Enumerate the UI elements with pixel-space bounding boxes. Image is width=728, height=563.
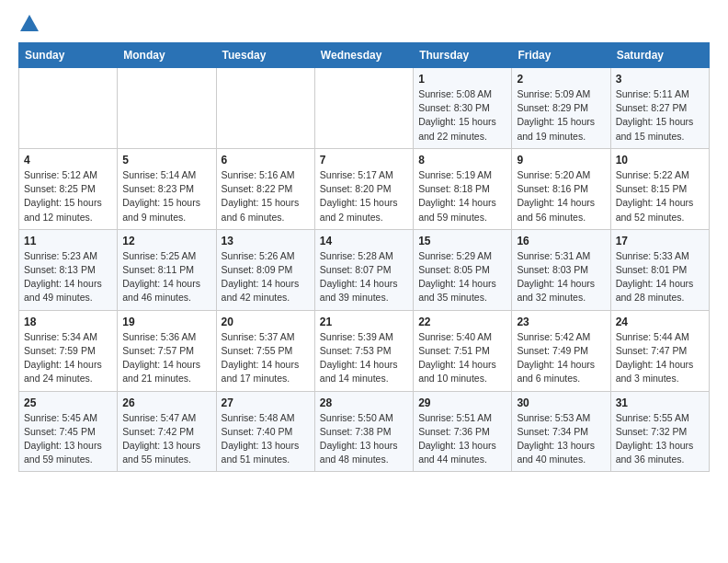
- calendar-cell: [314, 68, 413, 149]
- day-info: Sunrise: 5:47 AM Sunset: 7:42 PM Dayligh…: [122, 411, 210, 467]
- calendar-cell: 25Sunrise: 5:45 AM Sunset: 7:45 PM Dayli…: [19, 391, 118, 472]
- calendar-cell: 12Sunrise: 5:25 AM Sunset: 8:11 PM Dayli…: [118, 229, 216, 310]
- day-number: 23: [517, 316, 605, 328]
- calendar-week-row: 1Sunrise: 5:08 AM Sunset: 8:30 PM Daylig…: [19, 68, 710, 149]
- logo-triangle-icon: [20, 15, 39, 31]
- day-info: Sunrise: 5:09 AM Sunset: 8:29 PM Dayligh…: [517, 87, 605, 144]
- calendar-cell: 1Sunrise: 5:08 AM Sunset: 8:30 PM Daylig…: [414, 68, 512, 149]
- day-info: Sunrise: 5:39 AM Sunset: 7:53 PM Dayligh…: [320, 330, 408, 386]
- day-number: 8: [418, 154, 506, 167]
- calendar-cell: [216, 68, 314, 149]
- day-info: Sunrise: 5:55 AM Sunset: 7:32 PM Dayligh…: [616, 411, 704, 467]
- day-number: 29: [418, 396, 506, 409]
- calendar-cell: 27Sunrise: 5:48 AM Sunset: 7:40 PM Dayli…: [216, 391, 314, 472]
- calendar-cell: 7Sunrise: 5:17 AM Sunset: 8:20 PM Daylig…: [314, 148, 413, 229]
- calendar-cell: 8Sunrise: 5:19 AM Sunset: 8:18 PM Daylig…: [414, 148, 512, 229]
- day-info: Sunrise: 5:51 AM Sunset: 7:36 PM Dayligh…: [418, 411, 506, 467]
- day-number: 22: [418, 316, 506, 328]
- calendar-cell: 18Sunrise: 5:34 AM Sunset: 7:59 PM Dayli…: [19, 310, 118, 391]
- day-info: Sunrise: 5:33 AM Sunset: 8:01 PM Dayligh…: [616, 249, 704, 305]
- day-info: Sunrise: 5:19 AM Sunset: 8:18 PM Dayligh…: [418, 168, 506, 224]
- day-number: 2: [517, 73, 605, 86]
- day-number: 13: [222, 235, 310, 247]
- calendar-cell: 15Sunrise: 5:29 AM Sunset: 8:05 PM Dayli…: [414, 229, 512, 310]
- weekday-header: Wednesday: [314, 43, 413, 68]
- calendar-week-row: 18Sunrise: 5:34 AM Sunset: 7:59 PM Dayli…: [19, 310, 710, 391]
- day-info: Sunrise: 5:42 AM Sunset: 7:49 PM Dayligh…: [517, 330, 605, 386]
- day-number: 15: [418, 235, 506, 247]
- day-number: 25: [24, 396, 112, 409]
- day-number: 27: [222, 396, 310, 409]
- calendar-cell: 24Sunrise: 5:44 AM Sunset: 7:47 PM Dayli…: [610, 310, 709, 391]
- day-info: Sunrise: 5:53 AM Sunset: 7:34 PM Dayligh…: [517, 411, 605, 467]
- day-number: 7: [320, 154, 408, 167]
- calendar-cell: 9Sunrise: 5:20 AM Sunset: 8:16 PM Daylig…: [512, 148, 610, 229]
- day-info: Sunrise: 5:44 AM Sunset: 7:47 PM Dayligh…: [616, 330, 704, 386]
- day-info: Sunrise: 5:36 AM Sunset: 7:57 PM Dayligh…: [122, 330, 210, 386]
- calendar-cell: 26Sunrise: 5:47 AM Sunset: 7:42 PM Dayli…: [118, 391, 216, 472]
- day-info: Sunrise: 5:45 AM Sunset: 7:45 PM Dayligh…: [24, 411, 112, 467]
- day-number: 9: [517, 154, 605, 167]
- weekday-header: Friday: [512, 43, 610, 68]
- day-number: 31: [616, 396, 704, 409]
- day-number: 10: [616, 154, 704, 167]
- day-number: 1: [418, 73, 506, 86]
- day-number: 6: [222, 154, 310, 167]
- calendar-cell: 30Sunrise: 5:53 AM Sunset: 7:34 PM Dayli…: [512, 391, 610, 472]
- calendar-cell: [118, 68, 216, 149]
- calendar-cell: 23Sunrise: 5:42 AM Sunset: 7:49 PM Dayli…: [512, 310, 610, 391]
- day-info: Sunrise: 5:48 AM Sunset: 7:40 PM Dayligh…: [222, 411, 310, 467]
- day-info: Sunrise: 5:23 AM Sunset: 8:13 PM Dayligh…: [24, 249, 112, 305]
- calendar-cell: 19Sunrise: 5:36 AM Sunset: 7:57 PM Dayli…: [118, 310, 216, 391]
- calendar-cell: 5Sunrise: 5:14 AM Sunset: 8:23 PM Daylig…: [118, 148, 216, 229]
- day-info: Sunrise: 5:34 AM Sunset: 7:59 PM Dayligh…: [24, 330, 112, 386]
- day-info: Sunrise: 5:14 AM Sunset: 8:23 PM Dayligh…: [122, 168, 210, 224]
- day-info: Sunrise: 5:16 AM Sunset: 8:22 PM Dayligh…: [222, 168, 310, 224]
- calendar-cell: 4Sunrise: 5:12 AM Sunset: 8:25 PM Daylig…: [19, 148, 118, 229]
- calendar-body: 1Sunrise: 5:08 AM Sunset: 8:30 PM Daylig…: [19, 68, 710, 472]
- calendar-week-row: 25Sunrise: 5:45 AM Sunset: 7:45 PM Dayli…: [19, 391, 710, 472]
- day-info: Sunrise: 5:31 AM Sunset: 8:03 PM Dayligh…: [517, 249, 605, 305]
- day-number: 17: [616, 235, 704, 247]
- calendar-cell: 3Sunrise: 5:11 AM Sunset: 8:27 PM Daylig…: [610, 68, 709, 149]
- day-info: Sunrise: 5:12 AM Sunset: 8:25 PM Dayligh…: [24, 168, 112, 224]
- day-info: Sunrise: 5:25 AM Sunset: 8:11 PM Dayligh…: [122, 249, 210, 305]
- day-info: Sunrise: 5:37 AM Sunset: 7:55 PM Dayligh…: [222, 330, 310, 386]
- calendar-cell: 2Sunrise: 5:09 AM Sunset: 8:29 PM Daylig…: [512, 68, 610, 149]
- day-number: 11: [24, 235, 112, 247]
- calendar-cell: 29Sunrise: 5:51 AM Sunset: 7:36 PM Dayli…: [414, 391, 512, 472]
- calendar-cell: 13Sunrise: 5:26 AM Sunset: 8:09 PM Dayli…: [216, 229, 314, 310]
- calendar-week-row: 4Sunrise: 5:12 AM Sunset: 8:25 PM Daylig…: [19, 148, 710, 229]
- day-number: 5: [122, 154, 210, 167]
- day-info: Sunrise: 5:29 AM Sunset: 8:05 PM Dayligh…: [418, 249, 506, 305]
- day-number: 18: [24, 316, 112, 328]
- day-number: 4: [24, 154, 112, 167]
- calendar-table: SundayMondayTuesdayWednesdayThursdayFrid…: [18, 42, 710, 472]
- weekday-header: Thursday: [414, 43, 512, 68]
- page: SundayMondayTuesdayWednesdayThursdayFrid…: [0, 0, 728, 487]
- calendar-cell: 20Sunrise: 5:37 AM Sunset: 7:55 PM Dayli…: [216, 310, 314, 391]
- logo: [18, 15, 39, 33]
- calendar-cell: 11Sunrise: 5:23 AM Sunset: 8:13 PM Dayli…: [19, 229, 118, 310]
- day-info: Sunrise: 5:11 AM Sunset: 8:27 PM Dayligh…: [616, 87, 704, 144]
- calendar-week-row: 11Sunrise: 5:23 AM Sunset: 8:13 PM Dayli…: [19, 229, 710, 310]
- day-info: Sunrise: 5:17 AM Sunset: 8:20 PM Dayligh…: [320, 168, 408, 224]
- weekday-header: Sunday: [19, 43, 118, 68]
- weekday-header: Tuesday: [216, 43, 314, 68]
- day-number: 12: [122, 235, 210, 247]
- day-number: 14: [320, 235, 408, 247]
- calendar-header: SundayMondayTuesdayWednesdayThursdayFrid…: [19, 43, 710, 68]
- day-info: Sunrise: 5:20 AM Sunset: 8:16 PM Dayligh…: [517, 168, 605, 224]
- day-number: 3: [616, 73, 704, 86]
- calendar-cell: 14Sunrise: 5:28 AM Sunset: 8:07 PM Dayli…: [314, 229, 413, 310]
- header: [18, 15, 710, 33]
- day-number: 16: [517, 235, 605, 247]
- day-info: Sunrise: 5:50 AM Sunset: 7:38 PM Dayligh…: [320, 411, 408, 467]
- calendar-header-row: SundayMondayTuesdayWednesdayThursdayFrid…: [19, 43, 710, 68]
- day-number: 30: [517, 396, 605, 409]
- calendar-cell: 21Sunrise: 5:39 AM Sunset: 7:53 PM Dayli…: [314, 310, 413, 391]
- calendar-cell: 10Sunrise: 5:22 AM Sunset: 8:15 PM Dayli…: [610, 148, 709, 229]
- day-number: 26: [122, 396, 210, 409]
- day-number: 20: [222, 316, 310, 328]
- day-info: Sunrise: 5:08 AM Sunset: 8:30 PM Dayligh…: [418, 87, 506, 144]
